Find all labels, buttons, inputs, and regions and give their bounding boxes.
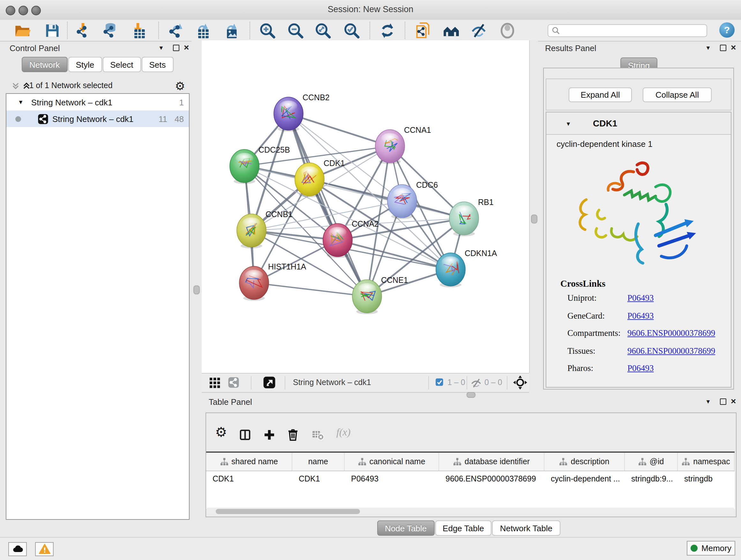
search-input[interactable] <box>560 25 706 36</box>
network-options-gear-icon[interactable]: ⚙ <box>175 79 185 93</box>
add-column-icon[interactable] <box>263 428 276 441</box>
crosslink-value-link[interactable]: P06493 <box>627 363 654 374</box>
gene-section-header[interactable]: ▼ CDK1 <box>546 112 731 135</box>
column-header-@id[interactable]: @id <box>625 453 678 471</box>
tab-style[interactable]: Style <box>68 57 102 72</box>
table-cell[interactable]: cyclin-dependent ... <box>544 471 625 488</box>
column-header-description[interactable]: description <box>544 453 625 471</box>
table-cell[interactable]: CDK1 <box>292 471 345 488</box>
export-table-icon[interactable] <box>191 21 212 40</box>
table-cell[interactable]: stringdb <box>678 471 735 488</box>
tree-row-label: String Network – cdk1 <box>52 114 133 124</box>
hidden-eye-icon[interactable] <box>470 377 482 389</box>
network-tree-row[interactable]: String Network – cdk1 11 48 <box>6 111 189 127</box>
show-eye-icon[interactable] <box>496 21 518 40</box>
share-network-icon[interactable] <box>228 377 239 388</box>
network-node-CDKN1A[interactable]: CDKN1A <box>436 249 497 287</box>
hide-panel-icon[interactable] <box>468 21 489 40</box>
panel-menu-icon[interactable]: ▼ <box>158 44 164 52</box>
tab-sets[interactable]: Sets <box>141 57 173 72</box>
tab-network-table[interactable]: Network Table <box>492 520 560 536</box>
panel-close-icon[interactable]: × <box>184 44 189 51</box>
delete-column-icon[interactable] <box>286 428 299 441</box>
column-header-database-identifier[interactable]: database identifier <box>439 453 544 471</box>
export-network-icon[interactable] <box>165 21 187 40</box>
network-status-dot-icon <box>15 116 21 122</box>
crosslink-value-link[interactable]: 9606.ENSP00000378699 <box>627 328 715 338</box>
open-folder-icon[interactable] <box>11 21 33 40</box>
network-node-CCNB1[interactable]: CCNB1 <box>237 210 293 248</box>
crosslink-value-link[interactable]: P06493 <box>627 293 654 303</box>
panel-float-icon[interactable] <box>720 398 726 405</box>
collapse-all-tree-icon[interactable] <box>11 82 20 90</box>
network-node-RB1[interactable]: RB1 <box>449 198 494 236</box>
title-bar: Session: New Session <box>0 0 741 20</box>
table-cell[interactable]: CDK1 <box>206 471 292 488</box>
refresh-icon[interactable] <box>377 21 398 40</box>
panel-close-icon[interactable]: × <box>731 44 736 51</box>
panel-float-icon[interactable] <box>720 45 726 51</box>
application-window: Session: New Session ? Control Panel ▼ ×… <box>0 0 741 560</box>
memory-button[interactable]: Memory <box>687 541 735 556</box>
right-splitter[interactable] <box>530 40 538 393</box>
export-image-icon[interactable] <box>219 21 241 40</box>
help-button[interactable]: ? <box>719 22 735 38</box>
zoom-in-icon[interactable] <box>257 21 278 40</box>
column-header-name[interactable]: name <box>292 453 345 471</box>
collapse-section-icon[interactable]: ▼ <box>565 120 571 128</box>
column-header-canonical-name[interactable]: canonical name <box>345 453 439 471</box>
table-cell[interactable]: P06493 <box>345 471 439 488</box>
warnings-button[interactable] <box>35 542 54 556</box>
zoom-fit-icon[interactable] <box>312 21 334 40</box>
status-separator <box>251 376 252 389</box>
columns-icon[interactable] <box>239 428 252 441</box>
network-node-CCNE1[interactable]: CCNE1 <box>352 275 408 314</box>
launch-view-icon[interactable] <box>263 376 276 389</box>
right-splitter-handle[interactable] <box>531 214 537 224</box>
panel-menu-icon[interactable]: ▼ <box>705 398 711 406</box>
table-horizontal-scrollbar[interactable] <box>207 508 734 515</box>
scrollbar-thumb[interactable] <box>216 509 360 514</box>
panel-menu-icon[interactable]: ▼ <box>705 44 711 52</box>
network-tree-row[interactable]: ▼ String Network – cdk1 1 <box>6 94 189 111</box>
crosshair-icon[interactable] <box>513 375 527 389</box>
crosslink-value-link[interactable]: P06493 <box>627 311 654 321</box>
selected-checkbox-icon[interactable] <box>435 378 444 387</box>
network-canvas[interactable]: CCNB2 CCNA1 CDC25B CDK1 CDC6 <box>202 40 530 373</box>
tab-select[interactable]: Select <box>103 57 141 72</box>
collapse-all-button[interactable]: Collapse All <box>643 87 712 102</box>
string-results-box: Expand All Collapse All ▼ CDK1 cyclin-de… <box>543 68 734 389</box>
expand-all-button[interactable]: Expand All <box>569 87 632 102</box>
zoom-out-icon[interactable] <box>285 21 307 40</box>
table-cell[interactable]: 9606.ENSP00000378699 <box>439 471 544 488</box>
network-node-CDC6[interactable]: CDC6 <box>387 180 438 219</box>
zoom-selected-icon[interactable] <box>341 21 362 40</box>
import-table-icon[interactable] <box>127 21 149 40</box>
column-header-namespac[interactable]: namespac <box>678 453 735 471</box>
left-splitter-handle[interactable] <box>193 286 200 294</box>
tab-edge-table[interactable]: Edge Table <box>435 520 492 536</box>
column-header-shared-name[interactable]: shared name <box>206 453 292 471</box>
tab-node-table[interactable]: Node Table <box>377 520 434 536</box>
crosslink-label: Tissues: <box>567 346 596 356</box>
cloud-button[interactable] <box>8 542 27 556</box>
import-database-icon[interactable] <box>99 21 121 40</box>
panel-close-icon[interactable]: × <box>731 397 736 405</box>
import-network-icon[interactable] <box>72 21 94 40</box>
grid-view-icon[interactable] <box>209 377 220 388</box>
panel-float-icon[interactable] <box>173 45 179 51</box>
gene-name: CDK1 <box>593 118 617 128</box>
save-icon[interactable] <box>42 21 63 40</box>
table-gear-icon[interactable]: ⚙ <box>215 425 227 440</box>
search-field[interactable] <box>548 24 707 37</box>
left-splitter[interactable] <box>192 40 202 537</box>
home-icon[interactable] <box>441 21 462 40</box>
tab-network[interactable]: Network <box>22 57 67 72</box>
network-node-HIST1H1A[interactable]: HIST1H1A <box>239 262 307 301</box>
annotation-icon[interactable] <box>412 21 434 40</box>
table-row[interactable]: CDK1CDK1P064939606.ENSP00000378699cyclin… <box>206 471 735 488</box>
tree-expand-icon[interactable]: ▼ <box>18 99 23 105</box>
table-cell[interactable]: stringdb:9... <box>625 471 678 488</box>
crosslink-value-link[interactable]: 9606.ENSP00000378699 <box>627 346 715 356</box>
memory-label: Memory <box>701 543 731 553</box>
